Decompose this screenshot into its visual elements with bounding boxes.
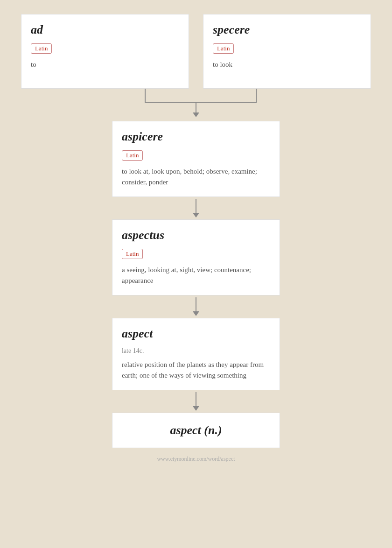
lang-badge-ad: Latin (31, 43, 52, 54)
center-vertical-line (196, 102, 196, 115)
word-aspect: aspect (122, 327, 270, 341)
definition-ad: to (31, 59, 179, 70)
arrow-4 (193, 392, 199, 411)
definition-aspectus: a seeing, looking at, sight, view; count… (122, 265, 270, 286)
final-word: aspect (n.) (122, 423, 270, 437)
arrow-2 (193, 199, 199, 218)
definition-aspect: relative position of the planets as they… (122, 359, 270, 380)
left-vertical-line (145, 89, 146, 103)
final-wrapper: aspect (n.) (112, 413, 280, 448)
final-card: aspect (n.) (112, 413, 280, 448)
card-specere: specere Latin to look (203, 14, 371, 89)
top-connector (96, 89, 296, 114)
lang-badge-aspicere: Latin (122, 150, 143, 161)
right-vertical-line (256, 89, 257, 103)
word-aspicere: aspicere (122, 130, 270, 144)
definition-specere: to look (213, 59, 361, 70)
word-specere: specere (213, 23, 361, 37)
lang-badge-specere: Latin (213, 43, 234, 54)
card-aspicere: aspicere Latin to look at, look upon, be… (112, 121, 280, 197)
arrow-head-3 (193, 311, 199, 316)
arrow-3 (193, 297, 199, 316)
arrow-head-4 (193, 406, 199, 411)
date-aspect: late 14c. (122, 347, 270, 355)
arrow-head-2 (193, 213, 199, 218)
horizontal-line (145, 102, 257, 103)
footer-url: www.etymonline.com/word/aspect (157, 456, 235, 463)
word-ad: ad (31, 23, 179, 37)
aspect-wrapper: aspect late 14c. relative position of th… (112, 318, 280, 390)
card-ad: ad Latin to (21, 14, 189, 89)
card-aspect: aspect late 14c. relative position of th… (112, 318, 280, 390)
definition-aspicere: to look at, look upon, behold; observe, … (122, 166, 270, 187)
aspicere-wrapper: aspicere Latin to look at, look upon, be… (112, 121, 280, 197)
top-row: ad Latin to specere Latin to look (9, 14, 383, 89)
arrow-shaft-3 (196, 297, 196, 311)
word-aspectus: aspectus (122, 228, 270, 242)
card-aspectus: aspectus Latin a seeing, looking at, sig… (112, 219, 280, 295)
arrow-shaft-2 (196, 199, 196, 213)
lang-badge-aspectus: Latin (122, 249, 143, 259)
arrow-shaft-4 (196, 392, 196, 406)
aspectus-wrapper: aspectus Latin a seeing, looking at, sig… (112, 219, 280, 295)
